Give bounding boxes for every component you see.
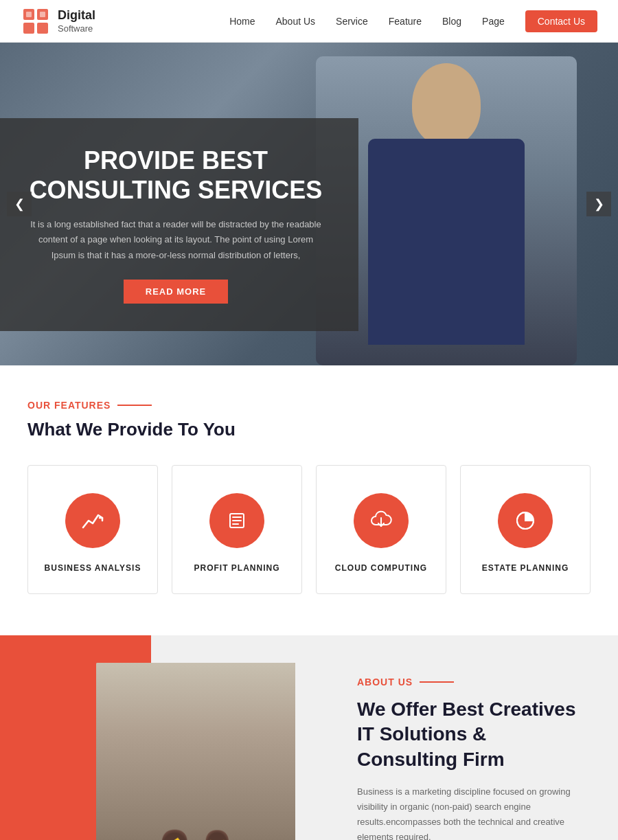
hero-section: PROVIDE BEST CONSULTING SERVICES It is a… [0,43,618,365]
about-description: Business is a marketing discipline focus… [357,784,591,840]
logo[interactable]: Digital Software [21,6,95,36]
feature-card-profit-planning[interactable]: PROFIT PLANNING [172,465,302,594]
nav-link-service[interactable]: Service [336,16,368,27]
feature-card-estate-planning[interactable]: ESTATE PLANNING [460,465,591,594]
feature-card-business-analysis[interactable]: BUSINESS ANALYSIS [27,465,158,594]
svg-rect-5 [40,12,45,17]
list-icon [225,508,249,533]
slider-prev-button[interactable]: ❮ [7,192,32,216]
nav-item-page[interactable]: Page [482,15,505,27]
nav-link-blog[interactable]: Blog [442,16,461,27]
hero-title: PROVIDE BEST CONSULTING SERVICES [27,146,324,205]
nav-item-about[interactable]: About Us [275,15,315,27]
about-title: We Offer Best Creatives IT Solutions & C… [357,697,591,772]
logo-text: Digital Software [58,8,95,34]
pie-icon [513,508,538,533]
nav-links: Home About Us Service Feature Blog Page … [229,15,597,27]
svg-rect-2 [23,23,34,34]
cloud-icon [369,508,393,533]
nav-item-home[interactable]: Home [229,15,255,27]
slider-next-button[interactable]: ❯ [586,192,611,216]
about-section: ABOUT US We Offer Best Creatives IT Solu… [0,635,618,840]
nav-item-feature[interactable]: Feature [389,15,422,27]
nav-item-service[interactable]: Service [336,15,368,27]
nav-item-blog[interactable]: Blog [442,15,461,27]
profit-planning-icon-circle [209,493,264,548]
hero-description: It is a long established fact that a rea… [27,217,324,262]
contact-button[interactable]: Contact Us [525,10,597,32]
feature-card-cloud-computing[interactable]: CLOUD COMPUTING [316,465,446,594]
features-grid: BUSINESS ANALYSIS PROFIT PLANNING [27,465,591,594]
business-analysis-icon-circle [65,493,120,548]
features-title: What We Provide To You [27,419,591,440]
logo-icon [21,6,51,36]
about-section-label: ABOUT US [357,677,591,688]
nav-link-about[interactable]: About Us [275,16,315,27]
features-label: OUR FEATURES [27,400,591,411]
navbar: Digital Software Home About Us Service F… [0,0,618,43]
nav-link-home[interactable]: Home [229,16,255,27]
business-analysis-label: BUSINESS ANALYSIS [42,563,144,573]
brand-name: Digital [58,8,95,23]
estate-planning-label: ESTATE PLANNING [474,563,576,573]
svg-rect-4 [26,12,32,17]
nav-item-contact[interactable]: Contact Us [525,15,597,27]
nav-link-feature[interactable]: Feature [389,16,422,27]
cloud-computing-icon-circle [354,493,409,548]
hero-read-more-button[interactable]: READ MORE [124,280,228,304]
cloud-computing-label: CLOUD COMPUTING [330,563,432,573]
about-left-panel [0,635,316,840]
features-section: OUR FEATURES What We Provide To You BUSI… [0,365,618,635]
nav-link-page[interactable]: Page [482,16,505,27]
brand-sub: Software [58,23,95,34]
profit-planning-label: PROFIT PLANNING [186,563,288,573]
about-right-panel: ABOUT US We Offer Best Creatives IT Solu… [316,635,618,840]
svg-rect-3 [37,23,48,34]
chart-icon [80,508,105,533]
hero-overlay: PROVIDE BEST CONSULTING SERVICES It is a… [0,118,358,331]
estate-planning-icon-circle [498,493,553,548]
about-team-image [96,663,295,840]
